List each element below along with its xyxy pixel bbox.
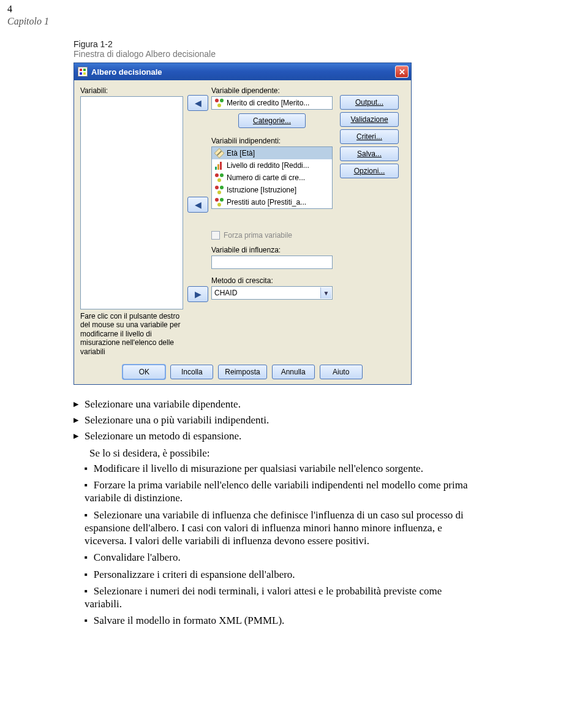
close-icon[interactable]: ✕ bbox=[395, 66, 409, 78]
nominal-icon bbox=[214, 173, 224, 183]
dialog-button-row: OK Incolla Reimposta Annulla Aiuto bbox=[74, 360, 411, 384]
dependent-field[interactable]: Merito di credito [Merito... bbox=[211, 96, 333, 110]
list-item-label: Prestiti auto [Prestiti_a... bbox=[227, 198, 306, 207]
method-value: CHAID bbox=[214, 289, 237, 297]
list-item[interactable]: Numero di carte di cre... bbox=[212, 172, 332, 184]
chapter-title: Capitolo 1 bbox=[0, 15, 588, 27]
independent-label: Variabili indipendenti: bbox=[211, 137, 333, 145]
arrow-left-icon: ◀ bbox=[195, 98, 202, 108]
move-to-influence-button[interactable]: ▶ bbox=[187, 286, 208, 302]
dialog-title: Albero decisionale bbox=[91, 67, 162, 77]
page-number: 4 bbox=[0, 0, 588, 15]
help-button[interactable]: Aiuto bbox=[320, 365, 363, 379]
step-item: Selezionare una o più variabili indipend… bbox=[74, 414, 472, 426]
dependent-value: Merito di credito [Merito... bbox=[227, 99, 309, 107]
app-icon bbox=[78, 67, 88, 77]
method-label: Metodo di crescita: bbox=[211, 276, 333, 285]
variables-hint: Fare clic con il pulsante destro del mou… bbox=[80, 312, 183, 356]
scale-icon bbox=[214, 148, 224, 158]
categories-button[interactable]: Categorie... bbox=[238, 113, 306, 128]
arrow-left-icon: ◀ bbox=[195, 200, 202, 210]
optional-item: Personalizzare i criteri di espansione d… bbox=[85, 568, 472, 581]
validation-button[interactable]: Validazione bbox=[340, 112, 399, 127]
list-item[interactable]: Prestiti auto [Prestiti_a... bbox=[212, 196, 332, 208]
nominal-icon bbox=[214, 185, 224, 195]
ok-button[interactable]: OK bbox=[123, 365, 165, 379]
list-item[interactable]: Istruzione [Istruzione] bbox=[212, 184, 332, 196]
ordinal-icon bbox=[214, 161, 224, 170]
save-button[interactable]: Salva... bbox=[340, 146, 399, 161]
optional-item: Salvare il modello in formato XML (PMML)… bbox=[85, 614, 472, 627]
dialog-decision-tree: Albero decisionale ✕ Variabili: Fare cli… bbox=[74, 63, 412, 385]
force-first-checkbox[interactable]: Forza prima variabile bbox=[211, 231, 333, 240]
optional-item: Selezionare i numeri dei nodi terminali,… bbox=[85, 585, 472, 611]
list-item-label: Livello di reddito [Reddi... bbox=[227, 161, 309, 170]
list-item-label: Numero di carte di cre... bbox=[227, 173, 305, 182]
optional-intro: Se lo si desidera, è possibile: bbox=[74, 447, 472, 460]
chevron-down-icon: ▼ bbox=[320, 287, 331, 298]
list-item-label: Istruzione [Istruzione] bbox=[227, 186, 296, 194]
optional-item: Convalidare l'albero. bbox=[85, 551, 472, 564]
method-select[interactable]: CHAID ▼ bbox=[211, 286, 333, 300]
list-item[interactable]: Livello di reddito [Reddi... bbox=[212, 159, 332, 172]
step-item: Selezionare un metodo di espansione. bbox=[74, 430, 472, 442]
optional-item: Selezionare una variabile di influenza c… bbox=[85, 509, 472, 548]
move-to-dependent-button[interactable]: ◀ bbox=[187, 95, 208, 111]
move-to-independent-button[interactable]: ◀ bbox=[187, 197, 208, 213]
dependent-label: Variabile dipendente: bbox=[211, 86, 333, 95]
arrow-right-icon: ▶ bbox=[195, 289, 202, 299]
variables-label: Variabili: bbox=[80, 86, 184, 95]
independent-listbox[interactable]: Età [Età] Livello di reddito [Reddi... N… bbox=[211, 146, 333, 209]
body-text: Selezionare una variabile dipendente. Se… bbox=[0, 385, 502, 627]
list-item-label: Età [Età] bbox=[227, 149, 255, 157]
criteria-button[interactable]: Criteri... bbox=[340, 129, 399, 144]
output-button[interactable]: Output... bbox=[340, 95, 399, 110]
options-button[interactable]: Opzioni... bbox=[340, 164, 399, 178]
figure-label: Figura 1-2 bbox=[74, 39, 557, 49]
optional-item: Modificare il livello di misurazione per… bbox=[85, 462, 472, 475]
paste-button[interactable]: Incolla bbox=[170, 365, 213, 379]
reset-button[interactable]: Reimposta bbox=[218, 365, 266, 379]
nominal-icon bbox=[214, 98, 224, 108]
force-first-label: Forza prima variabile bbox=[224, 231, 292, 240]
titlebar: Albero decisionale ✕ bbox=[74, 63, 411, 80]
list-item[interactable]: Età [Età] bbox=[212, 147, 332, 159]
influence-field[interactable] bbox=[211, 256, 333, 269]
nominal-icon bbox=[214, 197, 224, 207]
variables-listbox[interactable] bbox=[80, 96, 183, 309]
checkbox-icon bbox=[211, 231, 220, 240]
influence-label: Variabile di influenza: bbox=[211, 246, 333, 254]
step-item: Selezionare una variabile dipendente. bbox=[74, 398, 472, 411]
cancel-button[interactable]: Annulla bbox=[272, 365, 315, 379]
figure-caption: Finestra di dialogo Albero decisionale bbox=[74, 49, 557, 59]
optional-item: Forzare la prima variabile nell'elenco d… bbox=[85, 479, 472, 505]
